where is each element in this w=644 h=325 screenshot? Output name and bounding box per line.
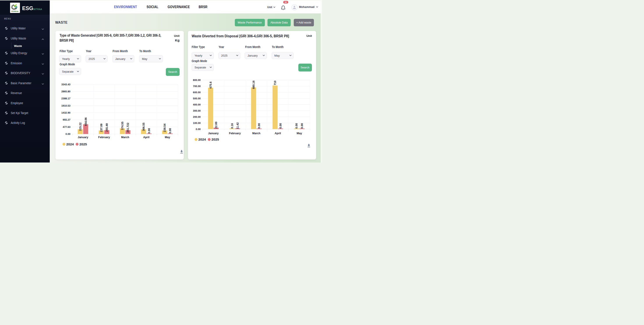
from-month-label: From Month [112,49,128,53]
sidebar-item-label: Emission [11,61,22,65]
scrollbar-track[interactable] [321,0,322,163]
sidebar-item-icon [5,82,8,85]
sidebar-item-utility-water[interactable]: Utility Water [0,25,50,32]
chevron-down-icon [77,58,79,60]
unit-dropdown[interactable]: Unit [267,6,275,9]
nav-tab-environment[interactable]: ENVIRONMENT [112,5,139,9]
filter-type-select[interactable]: Yearly [59,55,81,62]
chevron-up-icon [42,38,44,40]
chevron-down-icon [263,55,265,56]
y-axis-tick-label: 2388.17 [61,97,70,100]
sidebar-item-icon [5,52,8,55]
brand-title: ESG [22,5,33,11]
add-waste-button[interactable]: + Add waste [294,19,314,26]
to-month-select[interactable]: May [139,55,163,62]
chevron-down-icon [77,71,79,72]
bar-value-label: 251.722 [126,123,130,132]
sidebar-item-employee[interactable]: Employee [0,100,50,106]
sidebar-item-basic-parameter[interactable]: Basic Parameter [0,80,50,86]
sidebar: ESGMitraa ESGMITRAA MENU Utility WaterUt… [0,1,50,163]
y-axis-tick-label: 700.00 [193,85,200,88]
legend-marker-2025 [76,143,78,146]
bar-value-label: 255.49 [105,123,108,132]
filter-type-label: Filter Type [60,49,73,53]
legend-label-2024[interactable]: 2024 [198,138,206,141]
to-month-select[interactable]: May [272,52,294,59]
download-chart-icon[interactable] [307,144,310,148]
bar-value-label: 0.00 [169,128,172,133]
from-month-select[interactable]: January [112,55,134,62]
filter-type-value: Yearly [62,57,70,61]
y-axis-tick-label: 477.63 [63,126,70,128]
sidebar-item-label: Utility Waste [11,37,26,40]
graph-mode-select[interactable]: Separate [192,64,214,71]
nav-tab-social[interactable]: SOCIAL [146,5,159,9]
notifications-button[interactable] [281,5,288,11]
nav-tab-label: ENVIRONMENT [114,5,137,9]
graph-mode-label: Graph Mode [60,63,75,66]
sidebar-item-waste[interactable]: Waste [0,43,50,49]
y-axis-tick-label: 1910.53 [61,104,70,107]
bar-value-label: 0.00 [295,123,298,129]
chevron-down-icon [104,58,106,60]
bar-value-label: 0.00 [300,123,304,129]
avatar[interactable] [291,4,298,11]
sidebar-item-revenue[interactable]: Revenue [0,90,50,96]
graph-mode-select[interactable]: Separate [59,68,81,75]
year-select[interactable]: 2025 [218,52,240,59]
sidebar-item-biodiversity[interactable]: BIODIVERSITY [0,70,50,76]
nav-tab-label: BRSR [199,5,208,9]
x-axis-category-label: March [252,132,260,135]
waste-performance-button[interactable]: Waste Performance [235,19,265,26]
sidebar-item-icon [5,27,8,30]
legend-marker-2024 [62,143,65,146]
from-month-select[interactable]: January [245,52,267,59]
year-label: Year [86,49,91,53]
graph-mode-value: Separate [62,70,74,73]
sidebar-item-utility-waste[interactable]: Utility Waste [0,35,50,42]
y-axis-tick-label: 800.00 [193,79,200,81]
legend-marker-2024 [194,138,197,141]
year-label: Year [218,45,224,49]
esg-circle-icon [5,62,8,65]
download-chart-icon[interactable] [180,150,183,154]
bar-value-label: 238.54 [163,124,166,132]
chevron-down-icon [316,6,318,8]
brand-area: ESGMitraa ESGMITRAA [0,1,50,15]
chevron-down-icon [159,58,161,60]
nav-tab-governance[interactable]: GOVERNANCE [166,5,192,9]
sidebar-item-activity-log[interactable]: Activity Log [0,120,50,126]
legend-label-2025[interactable]: 2025 [79,142,87,146]
esgmitraa-logo[interactable]: ESGMitraa [10,3,20,13]
sidebar-item-icon [5,62,8,65]
sidebar-item-label: Waste [14,44,22,48]
sidebar-item-set-kpi-target[interactable]: Set Kpi Target [0,110,50,116]
legend-label-2024[interactable]: 2024 [66,142,74,146]
x-axis-category-label: January [208,132,218,135]
user-name: Mohammad [299,5,314,9]
legend-label-2025[interactable]: 2025 [212,138,219,141]
sidebar-item-icon [5,72,8,75]
bar-value-label: 0.00 [279,123,282,129]
bar-value-label: 11.42 [236,122,239,129]
absolute-data-button[interactable]: Absolute Data [268,19,291,26]
esg-circle-icon [5,121,8,124]
bar-value-label: 654.06 [84,118,87,126]
sidebar-item-chevron [42,72,44,74]
nav-tab-brsr[interactable]: BRSR [198,5,208,9]
graph-mode-value: Separate [194,66,206,69]
submenu-indent-line [11,43,12,49]
y-axis-tick-label: 600.00 [193,91,200,94]
x-axis-category-label: March [121,136,129,139]
sidebar-item-chevron [42,62,44,65]
year-select[interactable]: 2025 [86,55,108,62]
filter-type-select[interactable]: Yearly [192,52,214,59]
sidebar-item-label: Utility Energy [11,51,27,55]
year-value: 2025 [88,57,95,61]
sidebar-item-utility-energy[interactable]: Utility Energy [0,50,50,56]
user-menu[interactable]: Mohammad [299,5,318,9]
to-month-label: To Month [272,45,284,49]
unit-label: Unit [306,34,312,38]
sidebar-item-emission[interactable]: Emission [0,60,50,67]
bar-value-label: 0.00 [148,128,150,133]
